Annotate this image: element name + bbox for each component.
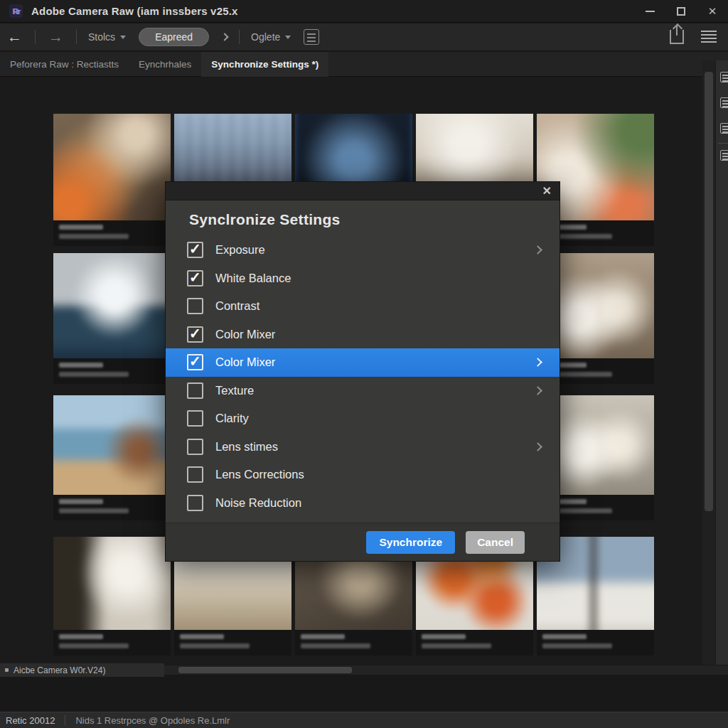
horizontal-scrollbar[interactable] (164, 665, 728, 675)
adobe-camera-raw-window: Rr Adobe Camera Raw (iam inssbers v25.x … (0, 0, 728, 728)
chevron-right-icon (533, 358, 542, 367)
thumbnail-caption (53, 220, 171, 246)
right-dropdown[interactable]: Oglete (245, 31, 296, 43)
status-divider (65, 715, 65, 725)
filmstrip-toggle[interactable]: Aicbe Camera W0r.V24) (0, 663, 164, 677)
thumbnail-caption (53, 358, 171, 384)
window-titlebar: Rr Adobe Camera Raw (iam inssbers v25.x … (0, 0, 728, 23)
option-label: Clarity (215, 412, 249, 425)
tab-synchronize-settings[interactable]: Synchronize Settings *) (201, 52, 328, 77)
window-title: Adobe Camera Raw (iam inssbers v25.x (31, 5, 238, 17)
sync-option-exposure[interactable]: Exposure (166, 236, 560, 264)
right-dropdown-label: Oglete (251, 31, 280, 43)
photo-thumbnail[interactable] (53, 537, 171, 630)
maximize-button[interactable] (665, 0, 697, 23)
status-bar: Retic 20012 Nids 1 Restrpces @ Opdoles R… (0, 712, 728, 728)
horizontal-scrollbar-thumb[interactable] (178, 667, 352, 673)
tab-bar: Peforera Raw : Rectiastts Eynchrhales Sy… (0, 52, 728, 77)
photo-thumbnail[interactable] (53, 114, 171, 220)
option-label: Contrast (215, 299, 259, 313)
sync-option-clarity[interactable]: Clarity (166, 405, 560, 433)
thumbnail-caption (53, 630, 171, 655)
sync-options-list: Exposure White Balance Contrast Color Mi… (166, 236, 560, 517)
sync-option-lens-corrections[interactable]: Lens Corrections (166, 461, 560, 489)
thumbnail-caption (416, 630, 533, 655)
panel-crop-icon[interactable] (720, 150, 728, 161)
right-panel-edge (715, 60, 728, 665)
option-label: Color Mixer (215, 328, 275, 341)
option-label: Lens stimes (215, 440, 278, 454)
thumbnail-caption (537, 630, 654, 655)
sync-option-color-mixer-selected[interactable]: Color Mixer (166, 348, 560, 377)
option-label: Color Mixer (215, 355, 275, 369)
back-arrow-icon[interactable]: ← (0, 28, 29, 46)
status-left-text: Retic 20012 (0, 715, 65, 726)
tab-eynchrhales[interactable]: Eynchrhales (129, 52, 201, 77)
status-right-text: Nids 1 Restrpces @ Opdoles Re.Lmlr (75, 715, 230, 726)
white-balance-checkbox[interactable] (187, 270, 203, 287)
dialog-close-icon[interactable]: ✕ (542, 184, 552, 198)
option-label: Texture (215, 384, 254, 397)
chevron-right-icon (533, 386, 542, 395)
adjustment-tool-icon[interactable] (304, 29, 319, 45)
sync-option-lens-stimes[interactable]: Lens stimes (166, 433, 560, 461)
synchronize-settings-dialog: ✕ Synclronize Settings Exposure White Ba… (165, 181, 560, 562)
option-label: Lens Corrections (215, 468, 304, 481)
photo-thumbnail[interactable] (53, 395, 171, 495)
toolbar-divider (239, 30, 240, 44)
toolbar-divider (35, 30, 36, 44)
contrast-checkbox[interactable] (187, 298, 203, 314)
color-mixer-checkbox[interactable] (187, 326, 203, 343)
left-dropdown[interactable]: Stolcs (82, 31, 132, 43)
vertical-scrollbar[interactable] (702, 60, 715, 665)
export-share-icon[interactable] (670, 30, 684, 44)
sync-option-contrast[interactable]: Contrast (166, 292, 560, 321)
forward-arrow-icon[interactable]: → (41, 28, 70, 46)
app-logo-icon: Rr (9, 4, 23, 18)
chevron-right-icon[interactable] (220, 33, 228, 41)
main-toolbar: ← → Stolcs Eapreed Oglete (0, 23, 728, 51)
left-dropdown-label: Stolcs (88, 31, 115, 43)
vertical-scrollbar-thumb[interactable] (705, 72, 713, 511)
window-controls: ✕ (634, 0, 728, 23)
chevron-down-icon (120, 36, 126, 39)
texture-checkbox[interactable] (187, 382, 203, 399)
exposure-checkbox[interactable] (187, 242, 203, 258)
close-button[interactable]: ✕ (697, 0, 728, 23)
minimize-button[interactable] (634, 0, 665, 23)
lens-stimes-checkbox[interactable] (187, 439, 203, 455)
panel-edit-icon[interactable] (720, 72, 728, 82)
color-mixer-2-checkbox[interactable] (187, 354, 203, 370)
noise-reduction-checkbox[interactable] (187, 495, 203, 511)
sync-option-color-mixer[interactable]: Color Mixer (166, 321, 560, 349)
lens-corrections-checkbox[interactable] (187, 466, 203, 483)
bullet-icon (5, 668, 9, 672)
thumbnail-caption (295, 630, 412, 655)
thumbnail-caption (174, 630, 291, 655)
sync-option-noise-reduction[interactable]: Noise Reduction (166, 489, 560, 518)
synchronize-button[interactable]: Synchrorize (366, 531, 455, 554)
option-label: White Balance (215, 272, 291, 285)
panel-adjust-icon[interactable] (720, 97, 728, 108)
toolbar-divider (76, 30, 77, 44)
chevron-down-icon (285, 36, 291, 39)
chevron-right-icon (533, 442, 542, 451)
option-label: Exposure (215, 243, 265, 257)
tab-camera-raw[interactable]: Peforera Raw : Rectiastts (0, 52, 129, 77)
sync-option-white-balance[interactable]: White Balance (166, 264, 560, 293)
clarity-checkbox[interactable] (187, 410, 203, 427)
option-label: Noise Reduction (215, 496, 301, 510)
panel-divider (718, 143, 728, 144)
dialog-title: Synclronize Settings (189, 211, 560, 228)
panel-list-icon[interactable] (720, 123, 728, 134)
hamburger-menu-icon[interactable] (701, 31, 717, 43)
preset-pill-button[interactable]: Eapreed (139, 28, 209, 46)
dialog-titlebar: ✕ (166, 182, 560, 200)
filmstrip-label: Aicbe Camera W0r.V24) (14, 665, 105, 675)
photo-thumbnail[interactable] (53, 253, 171, 358)
cancel-button[interactable]: Cancel (466, 531, 525, 554)
dialog-footer: Synchrorize Cancel (166, 523, 560, 561)
chevron-right-icon (533, 245, 542, 255)
thumbnail-caption (53, 495, 171, 520)
sync-option-texture[interactable]: Texture (166, 377, 560, 405)
